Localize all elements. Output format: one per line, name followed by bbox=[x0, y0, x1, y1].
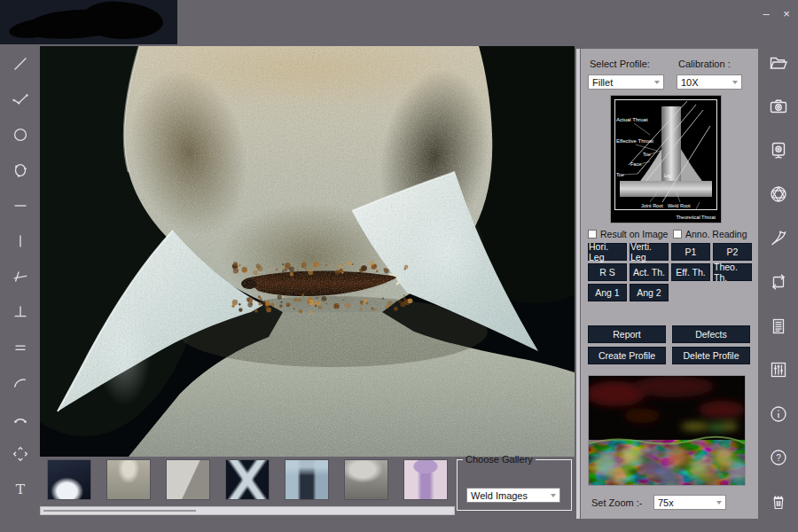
image-adjustments-button[interactable] bbox=[758, 348, 798, 393]
diagram-label-effective-throat: Effective Throat bbox=[616, 138, 653, 144]
minimize-button[interactable]: – bbox=[760, 7, 772, 20]
document-icon bbox=[768, 316, 789, 337]
create-profile-button[interactable]: Create Profile bbox=[588, 347, 666, 364]
polyline-icon bbox=[11, 90, 30, 109]
ang2-button[interactable]: Ang 2 bbox=[630, 284, 669, 301]
thumbnail-strip bbox=[47, 459, 448, 500]
horizontal-scrollbar[interactable] bbox=[40, 506, 455, 515]
zoom-preview bbox=[589, 376, 745, 485]
diagram-label-face: Face. bbox=[630, 161, 643, 167]
help-button[interactable]: ? bbox=[758, 436, 798, 481]
move-tool-button[interactable] bbox=[0, 436, 40, 472]
perpendicular-icon bbox=[11, 302, 30, 322]
polyline-tool-button[interactable] bbox=[0, 82, 40, 117]
vertical-line-icon bbox=[11, 231, 30, 251]
thumbnail-6[interactable] bbox=[344, 459, 388, 500]
horizontal-line-tool-button[interactable] bbox=[0, 188, 40, 223]
result-on-image-checkbox[interactable]: Result on Image bbox=[588, 229, 668, 239]
thumbnail-3[interactable] bbox=[166, 459, 210, 500]
vertical-line-tool-button[interactable] bbox=[0, 223, 40, 259]
rotate-image-button[interactable] bbox=[758, 261, 798, 305]
three-point-arc-tool-button[interactable] bbox=[0, 401, 40, 436]
verti-leg-button[interactable]: Verti. Leg bbox=[630, 243, 669, 261]
info-button[interactable] bbox=[758, 392, 798, 436]
thumbnail-1[interactable] bbox=[47, 459, 91, 500]
p2-button[interactable]: P2 bbox=[713, 243, 752, 261]
camera-icon bbox=[768, 96, 789, 117]
arc-tool-button[interactable] bbox=[0, 365, 40, 401]
thumbnail-4[interactable] bbox=[225, 459, 270, 500]
circle-tool-button[interactable] bbox=[0, 117, 40, 153]
calibration-select-value: 10X bbox=[681, 77, 699, 88]
diagram-label-theoretical-throat: Theoretical Throat bbox=[676, 215, 716, 220]
select-profile-label: Select Profile: bbox=[590, 59, 650, 69]
chevron-down-icon bbox=[716, 501, 722, 505]
set-zoom-select[interactable]: 75x bbox=[653, 495, 726, 510]
ang1-button[interactable]: Ang 1 bbox=[588, 284, 627, 301]
panel-scrollbar[interactable] bbox=[576, 49, 580, 519]
profile-select-value: Fillet bbox=[592, 77, 613, 88]
window-controls: – × bbox=[760, 7, 793, 20]
theo-th-button[interactable]: Theo. Th. bbox=[713, 263, 752, 281]
chevron-down-icon bbox=[551, 494, 556, 497]
chevron-down-icon bbox=[654, 81, 660, 84]
svg-text:?: ? bbox=[776, 453, 781, 463]
defects-button[interactable]: Defects bbox=[672, 325, 750, 343]
p1-button[interactable]: P1 bbox=[671, 243, 710, 261]
right-toolbar: – × ? bbox=[758, 0, 798, 532]
eff-th-button[interactable]: Eff. Th. bbox=[671, 263, 710, 281]
anno-reading-label: Anno. Reading bbox=[685, 229, 747, 239]
three-point-arc-icon bbox=[11, 409, 30, 428]
parallel-lines-tool-button[interactable] bbox=[0, 330, 40, 365]
diagram-label-joint-root: Joint Root bbox=[641, 203, 663, 208]
act-th-button[interactable]: Act. Th. bbox=[630, 263, 669, 281]
checkbox-box bbox=[588, 230, 597, 239]
help-icon: ? bbox=[768, 447, 789, 468]
live-camera-button[interactable] bbox=[758, 129, 798, 173]
scrollbar-thumb[interactable] bbox=[43, 510, 196, 512]
profile-select[interactable]: Fillet bbox=[588, 74, 664, 90]
svg-text:T: T bbox=[15, 481, 25, 497]
thumbnail-5[interactable] bbox=[285, 459, 329, 500]
text-tool-button[interactable]: T bbox=[0, 472, 40, 507]
perpendicular-tool-button[interactable] bbox=[0, 294, 40, 330]
aperture-settings-button[interactable] bbox=[758, 173, 798, 217]
set-zoom-label: Set Zoom :- bbox=[591, 497, 642, 508]
skew-line-tool-button[interactable] bbox=[0, 259, 40, 294]
weld-measurement-app: T bbox=[0, 0, 798, 532]
delete-profile-button[interactable]: Delete Profile bbox=[672, 347, 750, 364]
webcam-icon bbox=[768, 140, 789, 161]
result-on-image-label: Result on Image bbox=[600, 229, 668, 239]
feather-icon bbox=[768, 228, 789, 249]
capture-image-button[interactable] bbox=[758, 85, 798, 129]
horizontal-line-icon bbox=[11, 196, 30, 215]
anno-reading-checkbox[interactable]: Anno. Reading bbox=[673, 229, 747, 239]
open-image-button[interactable] bbox=[758, 41, 798, 85]
annotation-pen-button[interactable] bbox=[758, 216, 798, 261]
close-button[interactable]: × bbox=[780, 7, 793, 20]
weld-macro-photo bbox=[40, 46, 575, 457]
rotate-icon bbox=[768, 271, 789, 293]
left-toolbar: T bbox=[0, 46, 40, 507]
main-image-canvas[interactable] bbox=[40, 46, 575, 457]
report-button[interactable]: Report bbox=[588, 325, 666, 343]
checkbox-box bbox=[673, 230, 682, 239]
gallery-fieldset: Choose Gallery Weld Images bbox=[457, 454, 572, 511]
hori-leg-button[interactable]: Hori. Leg bbox=[588, 243, 627, 261]
thumbnail-7[interactable] bbox=[403, 459, 448, 500]
gallery-legend: Choose Gallery bbox=[463, 454, 536, 465]
right-panel: Select Profile: Fillet Calibration : 10X bbox=[581, 49, 758, 519]
line-icon bbox=[11, 54, 30, 74]
thumbnail-2[interactable] bbox=[106, 459, 151, 500]
rs-button[interactable]: R S bbox=[588, 263, 627, 281]
delete-image-button[interactable] bbox=[758, 480, 798, 524]
line-tool-button[interactable] bbox=[0, 46, 40, 82]
chevron-down-icon bbox=[732, 81, 738, 84]
free-shape-tool-button[interactable] bbox=[0, 153, 40, 188]
aperture-icon bbox=[768, 184, 789, 205]
report-notes-button[interactable] bbox=[758, 304, 798, 348]
calibration-select[interactable]: 10X bbox=[677, 74, 742, 90]
gallery-select[interactable]: Weld Images bbox=[466, 488, 560, 503]
arc-icon bbox=[11, 373, 30, 393]
open-folder-icon bbox=[768, 52, 789, 74]
